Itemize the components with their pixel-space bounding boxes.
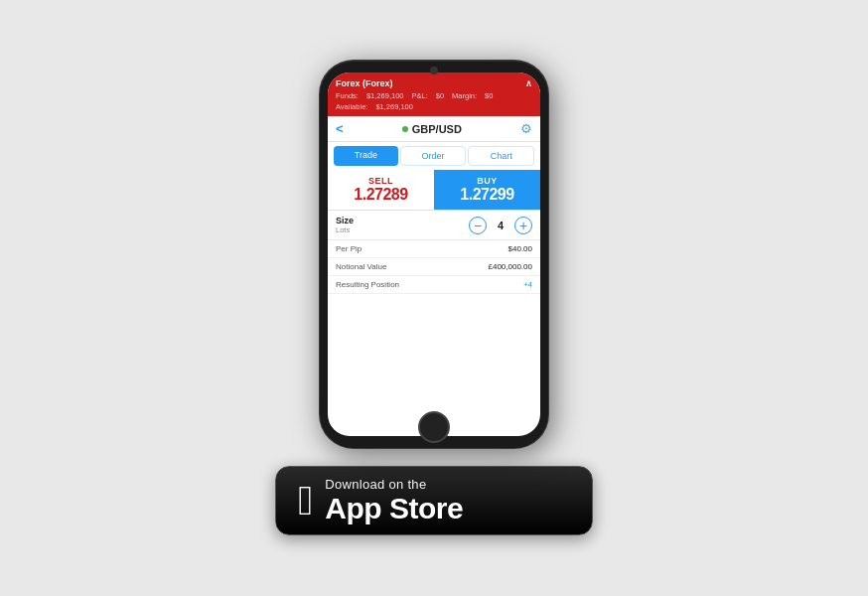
resulting-value: +4 xyxy=(523,280,532,289)
instrument-name: GBP/USD xyxy=(402,123,462,135)
pl-label: P&L: xyxy=(411,91,427,100)
scene: Forex (Forex) ∧ Funds: $1,269,100 P&L: $… xyxy=(275,61,593,535)
notional-value: £400,000.00 xyxy=(489,262,533,271)
tab-order[interactable]: Order xyxy=(400,146,467,166)
size-label: Size Lots xyxy=(336,216,469,234)
available-value: $1,269,100 xyxy=(375,102,413,111)
size-row: Size Lots − 4 + xyxy=(328,211,540,240)
appstore-bottom-line: App Store xyxy=(325,492,463,524)
appstore-text: Download on the App Store xyxy=(325,477,463,524)
instrument-header: < GBP/USD ⚙ xyxy=(328,116,540,142)
margin-label: Margin: xyxy=(452,91,477,100)
buy-side[interactable]: BUY 1.27299 xyxy=(434,170,540,210)
resulting-label: Resulting Position xyxy=(336,280,399,289)
apple-icon:  xyxy=(298,480,313,522)
phone-screen: Forex (Forex) ∧ Funds: $1,269,100 P&L: $… xyxy=(328,73,540,436)
chevron-up-icon[interactable]: ∧ xyxy=(525,78,532,88)
tab-bar: Trade Order Chart xyxy=(328,142,540,170)
size-title: Size xyxy=(336,216,469,225)
decrease-button[interactable]: − xyxy=(469,217,487,234)
tab-trade[interactable]: Trade xyxy=(334,146,398,166)
price-area: SELL 1.27289 BUY 1.27299 xyxy=(328,170,540,211)
size-value: 4 xyxy=(493,220,508,231)
available-label: Available: xyxy=(336,102,367,111)
info-row-per-pip: Per Pip $40.00 xyxy=(328,240,540,258)
instrument-label: GBP/USD xyxy=(412,123,462,135)
funds-value: $1,269,100 xyxy=(366,91,404,100)
pl-value: $0 xyxy=(436,91,444,100)
gear-icon[interactable]: ⚙ xyxy=(520,121,532,136)
account-title: Forex (Forex) xyxy=(336,78,393,88)
increase-button[interactable]: + xyxy=(514,217,532,234)
phone-shell: Forex (Forex) ∧ Funds: $1,269,100 P&L: $… xyxy=(320,61,548,448)
status-dot xyxy=(402,126,408,132)
size-stepper: − 4 + xyxy=(469,217,532,234)
account-bar: Forex (Forex) ∧ Funds: $1,269,100 P&L: $… xyxy=(328,73,540,116)
per-pip-label: Per Pip xyxy=(336,244,362,253)
appstore-button[interactable]:  Download on the App Store xyxy=(275,466,593,535)
appstore-top-line: Download on the xyxy=(325,477,463,492)
size-subtitle: Lots xyxy=(336,225,469,234)
info-row-notional: Notional Value £400,000.00 xyxy=(328,258,540,276)
sell-label: SELL xyxy=(368,176,393,186)
buy-price: 1.27299 xyxy=(460,186,513,204)
buy-label: BUY xyxy=(477,176,498,186)
sell-price: 1.27289 xyxy=(354,186,407,204)
funds-label: Funds: xyxy=(336,91,359,100)
margin-value: $0 xyxy=(485,91,493,100)
per-pip-value: $40.00 xyxy=(508,244,532,253)
info-rows: Per Pip $40.00 Notional Value £400,000.0… xyxy=(328,240,540,436)
back-arrow-icon[interactable]: < xyxy=(336,121,344,136)
info-row-resulting: Resulting Position +4 xyxy=(328,276,540,294)
notional-label: Notional Value xyxy=(336,262,386,271)
tab-chart[interactable]: Chart xyxy=(468,146,534,166)
sell-side[interactable]: SELL 1.27289 xyxy=(328,170,434,210)
